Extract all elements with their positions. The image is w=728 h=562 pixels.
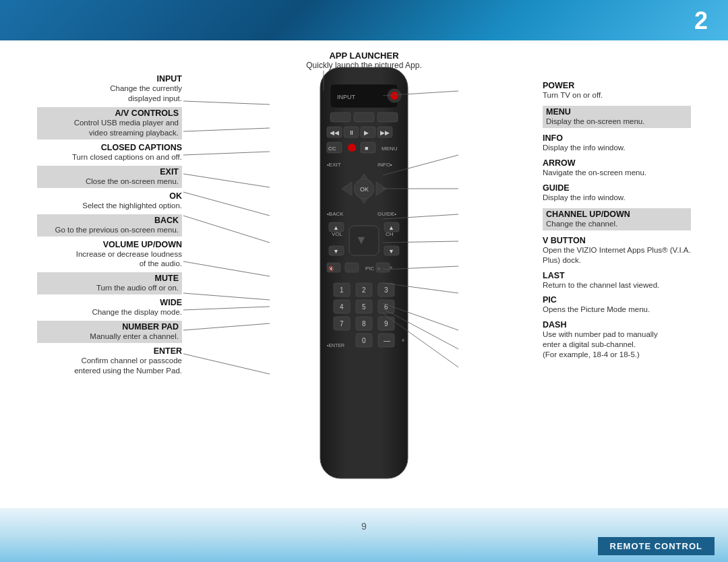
label-input-desc: Change the currentlydisplayed input. — [37, 84, 182, 104]
svg-text:—: — — [384, 337, 390, 344]
svg-text:4: 4 — [340, 303, 344, 311]
label-av-desc: Control USB media player andvideo stream… — [40, 118, 179, 138]
svg-line-81 — [183, 261, 270, 276]
svg-line-75 — [183, 101, 270, 104]
svg-point-18 — [348, 144, 356, 152]
label-exit-desc: Close the on-screen menu. — [40, 177, 179, 187]
svg-line-84 — [183, 323, 270, 330]
svg-text:▼: ▼ — [355, 233, 367, 247]
label-wide-desc: Change the display mode. — [37, 307, 182, 317]
svg-text:INFO•: INFO• — [377, 162, 392, 168]
label-numpad-title: NUMBER PAD — [40, 322, 179, 332]
label-power: POWER Turn TV on or off. — [543, 81, 691, 100]
svg-text:CC: CC — [328, 146, 336, 152]
label-channel: CHANNEL UP/DOWN Change the channel. — [543, 208, 691, 230]
remote-control-image: INPUT ◀◀ ⏸ ▶ ▶▶ CC ■ MENU •EXIT INFO• — [310, 64, 418, 485]
app-launcher-title: APP LAUNCHER — [306, 51, 421, 61]
label-power-desc: Turn TV on or off. — [543, 90, 691, 100]
svg-text:0: 0 — [362, 337, 366, 344]
label-last-title: LAST — [543, 271, 691, 280]
svg-text:MENU: MENU — [382, 146, 398, 152]
label-mute-title: MUTE — [40, 274, 179, 283]
page-number-top: 2 — [694, 7, 708, 35]
label-info-desc: Display the info window. — [543, 143, 691, 153]
svg-text:•ENTER: •ENTER — [327, 343, 344, 348]
label-back: BACK Go to the previous on-screen menu. — [37, 214, 182, 237]
svg-line-79 — [183, 192, 270, 216]
label-guide-title: GUIDE — [543, 183, 691, 193]
label-wide: WIDE Change the display mode. — [37, 298, 182, 317]
svg-text:○: ○ — [377, 266, 380, 271]
label-channel-desc: Change the channel. — [546, 219, 688, 229]
label-guide-desc: Display the info window. — [543, 193, 691, 203]
label-volume-title: VOLUME UP/DOWN — [37, 240, 182, 249]
label-enter-title: ENTER — [37, 346, 182, 356]
svg-text:INPUT: INPUT — [337, 94, 356, 100]
svg-line-80 — [183, 216, 270, 243]
svg-text:▶: ▶ — [364, 129, 369, 136]
label-dash-title: DASH — [543, 320, 691, 330]
remote-control-label: REMOTE CONTROL — [598, 537, 715, 555]
label-power-title: POWER — [543, 81, 691, 90]
label-enter-desc: Confirm channel or passcodeentered using… — [37, 356, 182, 376]
label-cc-desc: Turn closed captions on and off. — [37, 152, 182, 162]
label-numpad: NUMBER PAD Manually enter a channel. — [37, 321, 182, 343]
svg-text:6: 6 — [384, 303, 388, 311]
label-ok-desc: Select the highlighted option. — [37, 201, 182, 211]
label-enter: ENTER Confirm channel or passcodeentered… — [37, 346, 182, 376]
label-arrow: ARROW Navigate the on-screen menu. — [543, 158, 691, 178]
label-av-controls: A/V CONTROLS Control USB media player an… — [37, 107, 182, 139]
svg-text:•EXIT: •EXIT — [327, 162, 341, 168]
label-mute-desc: Turn the audio off or on. — [40, 283, 179, 293]
svg-text:▲: ▲ — [388, 224, 394, 231]
svg-text:⏸: ⏸ — [348, 129, 355, 136]
label-wide-title: WIDE — [37, 298, 182, 307]
label-arrow-desc: Navigate the on-screen menu. — [543, 168, 691, 178]
svg-rect-5 — [330, 113, 351, 122]
svg-line-77 — [183, 152, 270, 155]
app-launcher-section: APP LAUNCHER Quickly launch the pictured… — [306, 51, 421, 70]
svg-text:▼: ▼ — [388, 248, 394, 255]
page-number-bottom: 9 — [361, 521, 367, 532]
label-dash: DASH Use with number pad to manuallyente… — [543, 320, 691, 360]
label-guide: GUIDE Display the info window. — [543, 183, 691, 203]
label-ok: OK Select the highlighted option. — [37, 191, 182, 211]
label-volume: VOLUME UP/DOWN Increase or decrease loud… — [37, 240, 182, 270]
svg-text:🔇: 🔇 — [328, 266, 334, 272]
svg-text:9: 9 — [384, 320, 388, 327]
svg-text:8: 8 — [362, 320, 366, 327]
svg-text:5: 5 — [362, 303, 366, 311]
svg-line-78 — [183, 174, 270, 187]
svg-text:•BACK: •BACK — [327, 211, 344, 217]
label-input: INPUT Change the currentlydisplayed inpu… — [37, 74, 182, 104]
label-input-title: INPUT — [37, 74, 182, 84]
svg-rect-7 — [377, 113, 398, 122]
svg-text:7: 7 — [340, 320, 344, 327]
label-dash-desc: Use with number pad to manuallyenter a d… — [543, 330, 691, 360]
label-menu-desc: Display the on-screen menu. — [546, 117, 688, 127]
label-arrow-title: ARROW — [543, 158, 691, 168]
label-pic-title: PIC — [543, 295, 691, 305]
label-vbutton-title: V BUTTON — [543, 236, 691, 245]
svg-text:GUIDE•: GUIDE• — [377, 211, 396, 217]
label-menu-title: MENU — [546, 107, 688, 117]
svg-text:▲: ▲ — [333, 224, 339, 231]
label-back-desc: Go to the previous on-screen menu. — [40, 225, 179, 235]
svg-point-74 — [402, 339, 404, 342]
svg-text:VOL: VOL — [332, 231, 343, 237]
label-last-desc: Return to the channel last viewed. — [543, 280, 691, 290]
label-pic: PIC Opens the Picture Mode menu. — [543, 295, 691, 315]
label-mute: MUTE Turn the audio off or on. — [37, 272, 182, 294]
label-numpad-desc: Manually enter a channel. — [40, 332, 179, 342]
svg-text:■: ■ — [365, 145, 368, 152]
label-ok-title: OK — [37, 191, 182, 201]
label-last: LAST Return to the channel last viewed. — [543, 271, 691, 290]
label-menu: MENU Display the on-screen menu. — [543, 106, 691, 128]
label-vbutton-desc: Open the VIZIO Internet Apps Plus® (V.I.… — [543, 245, 691, 266]
label-cc-title: CLOSED CAPTIONS — [37, 143, 182, 152]
label-vbutton: V BUTTON Open the VIZIO Internet Apps Pl… — [543, 236, 691, 266]
label-exit-title: EXIT — [40, 167, 179, 177]
svg-line-76 — [183, 128, 270, 131]
svg-text:PIC: PIC — [365, 266, 375, 272]
svg-rect-46 — [345, 263, 359, 272]
